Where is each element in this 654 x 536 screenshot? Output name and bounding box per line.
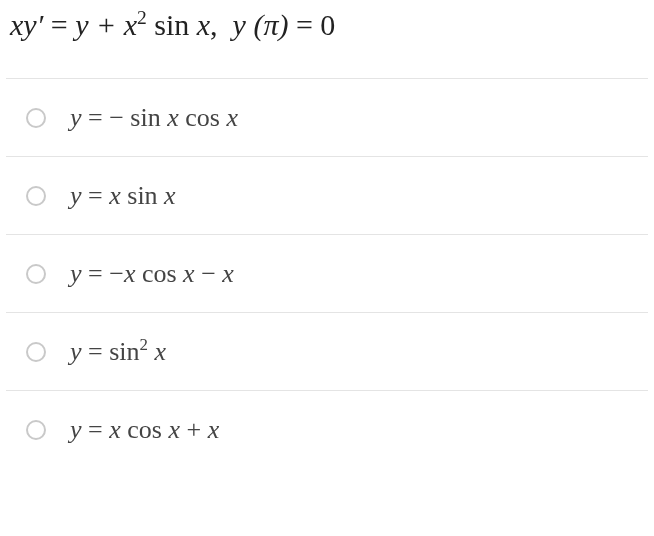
option-2-text: y = x sin x <box>70 181 176 211</box>
option-4[interactable]: y = sin2 x <box>6 313 648 391</box>
question-equation: xy′ = y + x2 sin x, y (π) = 0 <box>10 8 648 42</box>
q-exp: 2 <box>137 7 147 28</box>
radio-icon <box>26 264 46 284</box>
radio-icon <box>26 108 46 128</box>
option-3[interactable]: y = −x cos x − x <box>6 235 648 313</box>
option-5[interactable]: y = x cos x + x <box>6 391 648 469</box>
option-1-text: y = − sin x cos x <box>70 103 238 133</box>
radio-icon <box>26 186 46 206</box>
q-cond-l: y (π) <box>233 8 289 41</box>
option-2[interactable]: y = x sin x <box>6 157 648 235</box>
option-4-text: y = sin2 x <box>70 337 166 367</box>
q-lhs: xy′ <box>10 8 43 41</box>
q-rhs: y + x <box>75 8 137 41</box>
option-4-exp: 2 <box>140 335 148 354</box>
q-sin: sin x, <box>147 8 233 41</box>
option-1[interactable]: y = − sin x cos x <box>6 79 648 157</box>
radio-icon <box>26 342 46 362</box>
q-eq: = <box>43 8 75 41</box>
q-cond-eq: = <box>288 8 320 41</box>
radio-icon <box>26 420 46 440</box>
q-cond-r: 0 <box>320 8 335 41</box>
option-3-text: y = −x cos x − x <box>70 259 234 289</box>
option-5-text: y = x cos x + x <box>70 415 219 445</box>
options-list: y = − sin x cos x y = x sin x y = −x cos… <box>6 78 648 469</box>
